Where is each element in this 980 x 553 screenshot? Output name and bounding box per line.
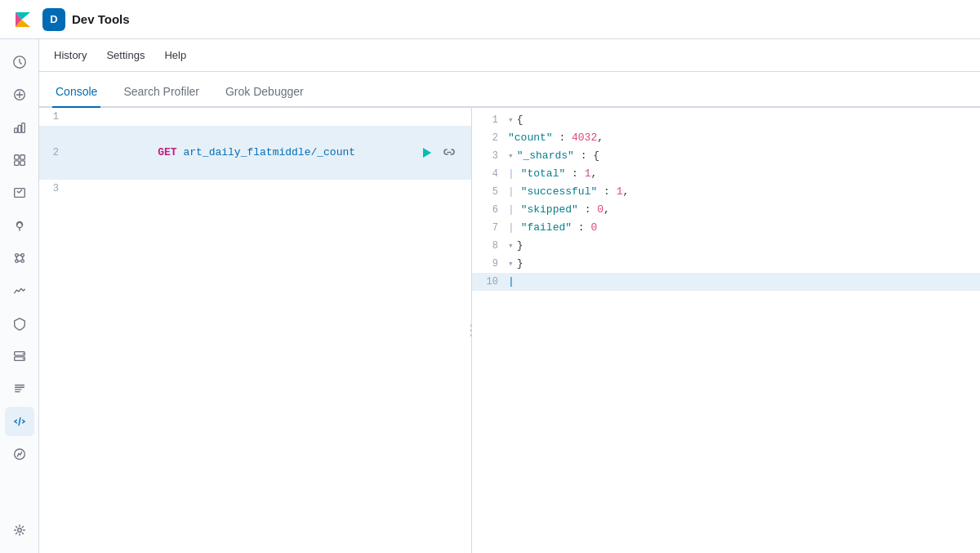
svg-rect-7 [14, 161, 18, 165]
tab-grok-debugger[interactable]: Grok Debugger [222, 85, 307, 108]
run-button[interactable] [417, 144, 435, 162]
top-bar: D Dev Tools [0, 0, 980, 39]
output-line-num-5: 5 [479, 183, 508, 201]
sidebar-icon-visualize[interactable] [5, 113, 34, 142]
output-line-num-2: 2 [479, 129, 508, 147]
output-content-4: | "total" : 1, [508, 165, 597, 183]
editor-input-content[interactable]: 1 2 GET art_daily_flatmiddle/_count [39, 108, 471, 553]
tab-search-profiler[interactable]: Search Profiler [120, 85, 203, 108]
http-method: GET [158, 146, 176, 158]
output-content-7: | "failed" : 0 [508, 219, 597, 237]
output-line-num-6: 6 [479, 201, 508, 219]
output-line-6: 6 | "skipped" : 0, [472, 201, 980, 219]
output-brace-9: } [517, 255, 523, 273]
output-brace-8: } [517, 237, 523, 255]
svg-point-18 [22, 358, 24, 359]
fold-indicator-8[interactable]: ▾ [508, 237, 514, 255]
output-content-5: | "successful" : 1, [508, 183, 629, 201]
nav-history[interactable]: History [52, 49, 88, 61]
app-title: Dev Tools [72, 12, 130, 26]
nav-help[interactable]: Help [163, 49, 188, 61]
svg-rect-4 [21, 123, 24, 133]
output-line-num-4: 4 [479, 165, 508, 183]
output-content-6: | "skipped" : 0, [508, 201, 610, 219]
svg-rect-5 [14, 155, 18, 159]
svg-marker-21 [423, 148, 431, 158]
output-line-num-8: 8 [479, 237, 508, 255]
output-line-1: 1 ▾ { [472, 111, 980, 129]
tabs-bar: Console Search Profiler Grok Debugger [39, 72, 980, 108]
drag-dots [470, 324, 473, 337]
output-content-3: "_shards" : { [517, 147, 599, 165]
pane-drag-handle[interactable] [468, 108, 472, 553]
sidebar-icon-infrastructure[interactable] [5, 341, 34, 371]
sidebar-icon-devtools[interactable] [5, 407, 34, 436]
sidebar-icon-monitoring[interactable] [5, 439, 34, 469]
output-line-9: 9 ▾ } [472, 255, 980, 273]
output-line-4: 4 | "total" : 1, [472, 165, 980, 183]
line-content-2: GET art_daily_flatmiddle/_count [69, 126, 417, 180]
output-content[interactable]: 1 ▾ { 2 "count" : 4032, 3 ▾ [472, 108, 980, 553]
app-avatar: D [42, 8, 65, 31]
output-line-2: 2 "count" : 4032, [472, 129, 980, 147]
sidebar-icon-apm[interactable] [5, 276, 34, 305]
sidebar-icon-dashboard[interactable] [5, 145, 34, 175]
sidebar-icon-ml[interactable] [5, 243, 34, 273]
svg-rect-3 [18, 125, 21, 132]
editor-output-pane: 1 ▾ { 2 "count" : 4032, 3 ▾ [472, 108, 980, 553]
secondary-nav: History Settings Help [39, 39, 980, 72]
nav-settings[interactable]: Settings [105, 49, 146, 61]
sidebar-icon-siem[interactable] [5, 309, 34, 338]
output-line-num-9: 9 [479, 255, 508, 273]
output-content-2: "count" : 4032, [508, 129, 604, 147]
output-line-num-7: 7 [479, 219, 508, 237]
sidebar-icon-settings[interactable] [5, 515, 34, 545]
editor-input-pane: 1 2 GET art_daily_flatmiddle/_count [39, 108, 472, 553]
line-number-3: 3 [39, 180, 69, 198]
sidebar-icon-clock[interactable] [5, 47, 34, 77]
svg-point-17 [22, 353, 24, 355]
fold-indicator-1[interactable]: ▾ [508, 111, 514, 129]
line-number-1: 1 [39, 108, 69, 126]
editor-container: 1 2 GET art_daily_flatmiddle/_count [39, 108, 980, 553]
copy-as-curl-button[interactable] [440, 144, 458, 162]
svg-rect-2 [14, 128, 17, 132]
sidebar-icon-canvas[interactable] [5, 178, 34, 207]
editor-line-3: 3 [39, 180, 471, 198]
output-line-10: 10 | [472, 273, 980, 291]
output-line-8: 8 ▾ } [472, 237, 980, 255]
line-actions [417, 144, 465, 162]
sidebar [0, 39, 39, 553]
svg-rect-8 [20, 161, 24, 165]
output-content-10: | [508, 273, 514, 291]
sidebar-icon-logs[interactable] [5, 374, 34, 404]
sidebar-icon-discover[interactable] [5, 80, 34, 109]
line-number-2: 2 [39, 144, 69, 162]
fold-indicator-9[interactable]: ▾ [508, 255, 514, 273]
output-line-3: 3 ▾ "_shards" : { [472, 147, 980, 165]
output-line-7: 7 | "failed" : 0 [472, 219, 980, 237]
output-brace-open: { [517, 111, 523, 129]
output-line-num-10: 10 [479, 273, 508, 291]
output-line-num-1: 1 [479, 111, 508, 129]
output-line-num-3: 3 [479, 147, 508, 165]
sidebar-icon-maps[interactable] [5, 211, 34, 240]
svg-rect-6 [20, 155, 24, 159]
http-path: art_daily_flatmiddle/_count [177, 146, 355, 158]
editor-line-2: 2 GET art_daily_flatmiddle/_count [39, 126, 471, 180]
output-line-5: 5 | "successful" : 1, [472, 183, 980, 201]
editor-line-1: 1 [39, 108, 471, 126]
content-area: History Settings Help Console Search Pro… [39, 39, 980, 553]
fold-indicator-3[interactable]: ▾ [508, 147, 514, 165]
kibana-logo [10, 7, 36, 33]
tab-console[interactable]: Console [52, 85, 100, 108]
svg-point-20 [17, 528, 21, 533]
